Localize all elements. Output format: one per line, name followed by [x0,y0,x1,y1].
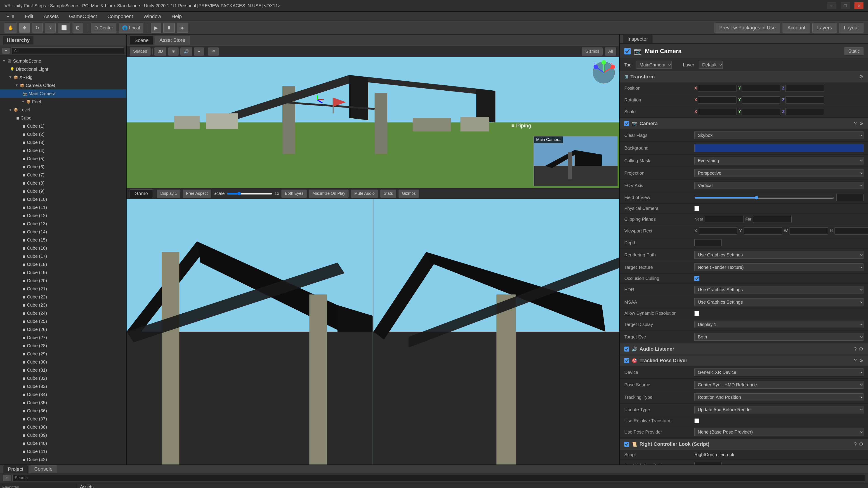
scale-tool[interactable]: ⇲ [45,23,56,33]
hierarchy-item[interactable]: ◼ Cube (14) [0,228,126,236]
hierarchy-item[interactable]: ◼ Cube (32) [0,374,126,382]
move-tool[interactable]: ✥ [19,23,30,33]
hierarchy-item[interactable]: ◼ Cube (10) [0,195,126,203]
hierarchy-add-btn[interactable]: + [2,48,10,54]
transform-tool[interactable]: ⊞ [72,23,83,33]
tracked-settings-btn[interactable]: ⚙ [859,358,864,363]
fov-slider[interactable] [694,196,834,199]
hierarchy-tab[interactable]: Hierarchy [3,36,33,44]
camera-enable-checkbox[interactable] [624,121,629,126]
game-tab[interactable]: Game [130,189,153,198]
hierarchy-item[interactable]: ◼ Cube (6) [0,163,126,171]
mode-3d-btn[interactable]: 3D [154,47,166,56]
close-button[interactable]: ✕ [855,2,864,9]
vp-y-input[interactable]: 0 [744,228,782,234]
rect-tool[interactable]: ⬜ [58,23,70,33]
game-gizmos-btn[interactable]: Gizmos [399,190,419,198]
layers-button[interactable]: Layers [812,23,837,33]
hierarchy-item[interactable]: ◼ Cube (1) [0,122,126,130]
background-color-swatch[interactable] [694,144,864,152]
maximize-btn[interactable]: Maximize On Play [309,190,348,198]
hierarchy-item[interactable]: ▼ 📦 Level [0,106,126,114]
clear-flags-dropdown[interactable]: Skybox [694,131,864,139]
audio-listener-checkbox[interactable] [624,347,629,352]
menu-assets[interactable]: Assets [42,13,60,20]
transform-header[interactable]: ⊞ Transform ⚙ [620,71,868,83]
rc-settings-btn[interactable]: ⚙ [859,441,864,447]
project-tab[interactable]: Project [3,465,28,473]
preview-packages-btn[interactable]: Preview Packages in Use [715,23,780,33]
hierarchy-item[interactable]: ◼ Cube (36) [0,407,126,415]
scene-hidden-btn[interactable]: 👁 [208,47,219,56]
hierarchy-item[interactable]: ▼ 📦 XRRig [0,73,126,81]
hand-tool[interactable]: ✋ [4,23,17,33]
pause-button[interactable]: ⏸ [163,23,175,33]
rc-help-btn[interactable]: ? [854,441,857,447]
static-button[interactable]: Static [844,47,864,55]
rot-y-input[interactable]: 31.019 [742,96,780,103]
hierarchy-item[interactable]: ◼ Cube (42) [0,455,126,464]
hierarchy-item[interactable]: ◼ Cube (38) [0,423,126,431]
object-active-checkbox[interactable] [624,48,631,55]
audio-settings-btn[interactable]: ⚙ [859,346,864,352]
hierarchy-item[interactable]: ◼ Cube (9) [0,187,126,195]
account-button[interactable]: Account [782,23,810,33]
hierarchy-item[interactable]: ◼ Cube [0,114,126,122]
hierarchy-item[interactable]: 💡 Directional Light [0,65,126,73]
minimize-button[interactable]: ─ [827,2,836,9]
mute-btn[interactable]: Mute Audio [351,190,378,198]
fov-axis-dropdown[interactable]: Vertical [694,182,864,189]
target-texture-dropdown[interactable]: None (Render Texture) [694,263,864,271]
allow-dynamic-checkbox[interactable] [694,311,700,316]
hierarchy-item[interactable]: ▼ 🎬 SampleScene [0,57,126,65]
target-display-dropdown[interactable]: Display 1 [694,321,864,328]
hierarchy-item[interactable]: ◼ Cube (19) [0,268,126,276]
target-eye-dropdown[interactable]: Both [694,333,864,341]
project-add-btn[interactable]: + [3,475,11,481]
scene-viewport[interactable]: X Y Z ≡ Piping Main Camera [127,57,619,188]
hierarchy-item[interactable]: 📷 Main Camera [0,90,126,98]
hierarchy-item[interactable]: ◼ Cube (29) [0,350,126,358]
hierarchy-item[interactable]: ◼ Cube (7) [0,171,126,179]
use-pose-provider-dropdown[interactable]: None (Base Pose Provider) [694,428,864,436]
pos-z-input[interactable]: -0.2624052 [785,85,824,92]
hierarchy-item[interactable]: ◼ Cube (43) [0,464,126,464]
hierarchy-item[interactable]: ◼ Cube (30) [0,358,126,366]
scene-audio-btn[interactable]: 🔊 [180,47,192,56]
tag-dropdown[interactable]: MainCamera [636,61,672,69]
scene-fx-btn[interactable]: ✦ [194,47,204,56]
gizmos-btn[interactable]: Gizmos [582,47,602,56]
hierarchy-item[interactable]: ◼ Cube (35) [0,398,126,407]
scene-all-btn[interactable]: All [605,47,616,56]
physical-camera-checkbox[interactable] [694,206,700,211]
hierarchy-item[interactable]: ▼ 📦 Camera Offset [0,81,126,90]
hierarchy-item[interactable]: ◼ Cube (8) [0,179,126,187]
display-dropdown[interactable]: Display 1 [157,190,180,198]
tracked-help-btn[interactable]: ? [854,358,857,363]
hierarchy-item[interactable]: ◼ Cube (20) [0,276,126,285]
clip-far-input[interactable]: 1000 [753,216,792,223]
occlusion-culling-checkbox[interactable] [694,276,700,281]
hierarchy-item[interactable]: ◼ Cube (13) [0,220,126,228]
asset-store-tab[interactable]: Asset Store [155,36,190,44]
vp-w-input[interactable]: 1 [789,228,828,234]
audio-help-btn[interactable]: ? [854,346,857,352]
hierarchy-item[interactable]: ◼ Cube (25) [0,317,126,325]
vp-h-input[interactable]: 1 [835,228,868,234]
scene-light-btn[interactable]: ☀ [168,47,179,56]
tracking-type-dropdown[interactable]: Rotation And Position [694,393,864,401]
camera-header[interactable]: 📷 Camera ? ⚙ [620,118,868,129]
menu-gameobject[interactable]: GameObject [67,13,99,20]
inspector-tab[interactable]: Inspector [623,35,653,43]
culling-mask-dropdown[interactable]: Everything [694,157,864,164]
scene-tab[interactable]: Scene [130,36,153,44]
pivot-center-btn[interactable]: ⊙ Center [91,23,116,33]
hierarchy-item[interactable]: ◼ Cube (27) [0,333,126,341]
layout-button[interactable]: Layout [839,23,864,33]
msaa-dropdown[interactable]: Use Graphics Settings [694,298,864,306]
hierarchy-item[interactable]: ◼ Cube (15) [0,236,126,244]
menu-file[interactable]: File [4,13,16,20]
update-type-dropdown[interactable]: Update And Before Render [694,406,864,414]
pivot-space-btn[interactable]: 🌐 Local [119,23,143,33]
device-dropdown[interactable]: Generic XR Device [694,368,864,376]
